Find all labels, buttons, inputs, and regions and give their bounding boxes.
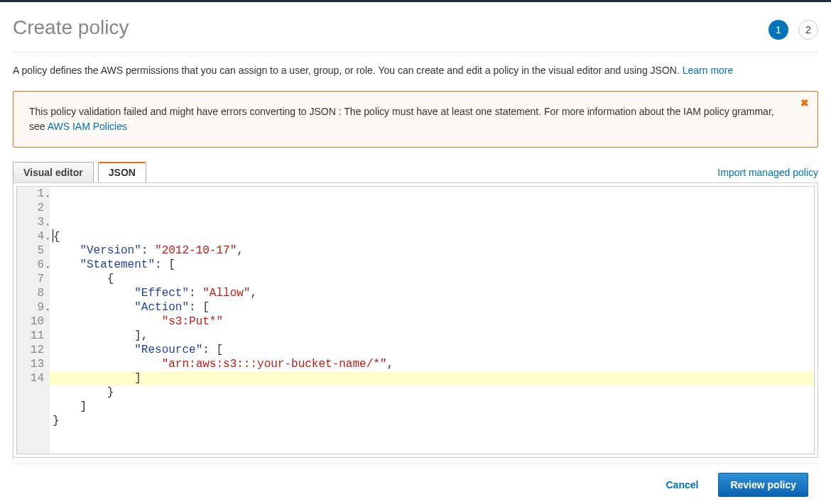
alert-link[interactable]: AWS IAM Policies	[48, 121, 127, 132]
line-number: 7	[23, 272, 44, 286]
line-number: 11	[23, 329, 44, 343]
header-divider	[13, 52, 818, 53]
code-line[interactable]: "Action": [	[53, 300, 811, 314]
code-line[interactable]: ]	[53, 400, 811, 414]
code-line[interactable]: ]	[53, 371, 811, 385]
code-line[interactable]: }	[53, 385, 811, 400]
line-number: 3	[23, 215, 44, 229]
code-line[interactable]: "Resource": [	[53, 343, 811, 357]
description-text: A policy defines the AWS permissions tha…	[13, 65, 683, 76]
line-number: 2	[23, 201, 44, 215]
close-icon[interactable]: ✖	[800, 96, 809, 111]
alert-text: This policy validation failed and might …	[29, 106, 774, 132]
line-number: 8	[23, 286, 44, 300]
json-editor[interactable]: 1234567891011121314 { "Version": "2012-1…	[16, 186, 815, 454]
line-number: 13	[23, 357, 44, 371]
learn-more-link[interactable]: Learn more	[683, 65, 734, 76]
step-2[interactable]: 2	[798, 20, 818, 40]
code-line[interactable]: {	[53, 229, 811, 243]
editor-gutter: 1234567891011121314	[17, 187, 50, 454]
step-1[interactable]: 1	[768, 20, 788, 40]
line-number: 14	[23, 371, 44, 385]
line-number: 4	[23, 229, 44, 243]
import-managed-policy-link[interactable]: Import managed policy	[717, 167, 818, 182]
line-number: 1	[23, 187, 44, 201]
code-line[interactable]: "arn:aws:s3:::your-bucket-name/*",	[53, 357, 811, 371]
cancel-button[interactable]: Cancel	[661, 478, 702, 491]
validation-alert: ✖ This policy validation failed and migh…	[13, 91, 818, 148]
line-number: 10	[23, 314, 44, 329]
line-number: 5	[23, 243, 44, 258]
line-number: 12	[23, 343, 44, 357]
code-line[interactable]: {	[53, 272, 811, 286]
tab-visual-editor[interactable]: Visual editor	[13, 162, 94, 182]
line-number: 9	[23, 300, 44, 314]
tab-json[interactable]: JSON	[98, 162, 146, 182]
code-line[interactable]: "Effect": "Allow",	[53, 286, 811, 300]
policy-description: A policy defines the AWS permissions tha…	[13, 64, 818, 78]
editor-tabs: Visual editor JSON	[13, 162, 146, 182]
code-line[interactable]: "s3:Put*"	[53, 314, 811, 329]
step-indicator: 1 2	[768, 20, 818, 40]
editor-panel: 1234567891011121314 { "Version": "2012-1…	[13, 182, 818, 458]
code-line[interactable]: "Statement": [	[53, 258, 811, 272]
editor-code[interactable]: { "Version": "2012-10-17", "Statement": …	[50, 187, 814, 454]
line-number: 6	[23, 258, 44, 272]
review-policy-button[interactable]: Review policy	[718, 473, 808, 497]
code-line[interactable]: }	[53, 414, 811, 428]
code-line[interactable]: ],	[53, 329, 811, 343]
page-title: Create policy	[13, 16, 129, 39]
footer-actions: Cancel Review policy	[13, 464, 818, 504]
code-line[interactable]: "Version": "2012-10-17",	[53, 243, 811, 258]
